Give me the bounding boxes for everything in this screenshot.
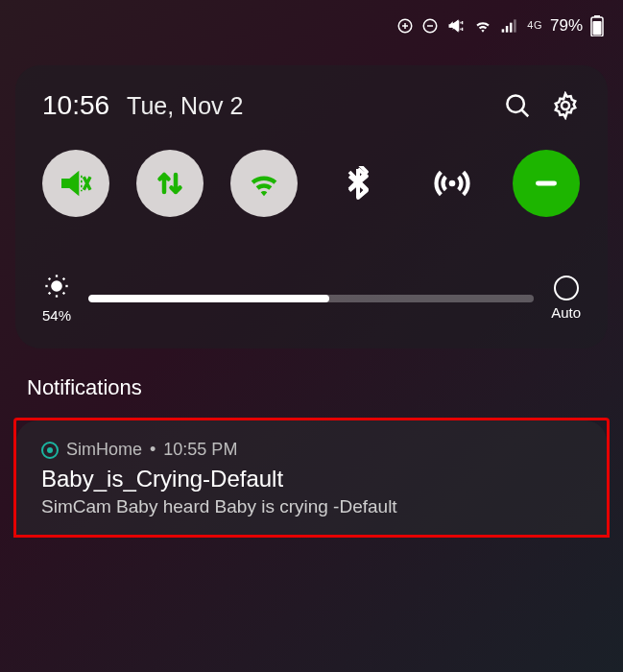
svg-rect-10 <box>514 19 516 32</box>
svg-point-19 <box>449 180 456 187</box>
svg-marker-17 <box>61 171 79 197</box>
vibrate-icon <box>446 16 466 36</box>
svg-rect-9 <box>510 23 513 33</box>
svg-line-25 <box>63 293 65 295</box>
network-type: 4G <box>527 19 542 31</box>
svg-line-28 <box>49 293 51 295</box>
circle-icon <box>554 276 579 300</box>
svg-line-29 <box>63 278 65 280</box>
svg-marker-6 <box>449 19 459 32</box>
notifications-header: Notifications <box>27 375 596 400</box>
wifi-icon <box>473 16 492 36</box>
quick-toggles <box>42 150 581 217</box>
toggle-mute[interactable] <box>42 150 109 217</box>
svg-point-16 <box>562 102 569 109</box>
notification-title: Baby_is_Crying-Default <box>41 466 582 492</box>
auto-label: Auto <box>551 304 581 321</box>
notification-body: SimCam Baby heard Baby is crying -Defaul… <box>41 496 582 517</box>
data-saver-minus-icon <box>421 17 439 35</box>
svg-line-15 <box>522 110 529 117</box>
notification-time: 10:55 PM <box>163 440 237 460</box>
toggle-data-sync[interactable] <box>136 150 204 217</box>
brightness-percent: 54% <box>42 307 71 324</box>
battery-percent: 79% <box>550 16 583 36</box>
panel-header: 10:56 Tue, Nov 2 <box>42 90 581 121</box>
quick-settings-panel: 10:56 Tue, Nov 2 <box>15 65 608 348</box>
toggle-dnd[interactable] <box>513 150 580 217</box>
highlight-box: SimHome • 10:55 PM Baby_is_Crying-Defaul… <box>13 418 610 538</box>
auto-brightness-toggle[interactable]: Auto <box>551 276 581 321</box>
battery-icon <box>590 15 604 36</box>
toggle-wifi[interactable] <box>230 150 298 217</box>
signal-icon <box>500 16 519 36</box>
svg-rect-13 <box>593 21 602 36</box>
notification-meta: SimHome • 10:55 PM <box>41 440 582 460</box>
brightness-row: 54% Auto <box>42 273 581 331</box>
data-saver-plus-icon <box>396 17 414 35</box>
app-icon <box>41 442 59 459</box>
svg-rect-8 <box>506 26 509 33</box>
svg-point-21 <box>52 281 60 290</box>
brightness-slider[interactable] <box>88 295 534 302</box>
status-bar: 4G 79% <box>0 0 623 46</box>
notification-card[interactable]: SimHome • 10:55 PM Baby_is_Crying-Defaul… <box>16 420 607 535</box>
date[interactable]: Tue, Nov 2 <box>127 92 485 120</box>
svg-rect-7 <box>502 29 505 32</box>
clock[interactable]: 10:56 <box>42 90 109 121</box>
separator: • <box>150 440 156 460</box>
app-name: SimHome <box>66 440 142 460</box>
toggle-hotspot[interactable] <box>419 150 486 217</box>
svg-line-24 <box>49 278 51 280</box>
settings-button[interactable] <box>550 90 581 121</box>
brightness-icon <box>43 273 70 303</box>
svg-point-14 <box>507 95 524 112</box>
search-button[interactable] <box>502 90 533 121</box>
toggle-bluetooth[interactable] <box>324 150 392 217</box>
